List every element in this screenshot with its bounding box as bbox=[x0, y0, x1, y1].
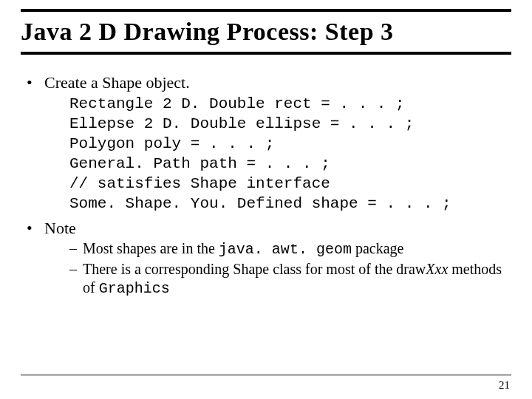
bullet-text: Create a Shape object. bbox=[44, 73, 190, 92]
sub-bullet-shape-class: There is a corresponding Shape class for… bbox=[69, 260, 511, 298]
code-line: General. Path path = . . . ; bbox=[69, 155, 330, 172]
code-line: Polygon poly = . . . ; bbox=[69, 135, 274, 152]
code-line: Some. Shape. You. Defined shape = . . . … bbox=[69, 195, 451, 212]
slide-title: Java 2 D Drawing Process: Step 3 bbox=[21, 18, 511, 46]
code-line: // satisfies Shape interface bbox=[69, 175, 330, 192]
code-line: Rectangle 2 D. Double rect = . . . ; bbox=[69, 95, 405, 112]
top-rule bbox=[21, 9, 511, 12]
code-block: Rectangle 2 D. Double rect = . . . ; Ell… bbox=[69, 95, 511, 214]
code-inline: java. awt. geom bbox=[219, 241, 352, 258]
sub-bullet-package: Most shapes are in the java. awt. geom p… bbox=[69, 239, 511, 259]
slide-content: Create a Shape object. Rectangle 2 D. Do… bbox=[21, 72, 511, 298]
text-part: package bbox=[352, 240, 404, 256]
italic-text: Xxx bbox=[426, 261, 448, 277]
mid-rule bbox=[21, 52, 511, 55]
bullet-note: Note Most shapes are in the java. awt. g… bbox=[22, 218, 511, 297]
page-number: 21 bbox=[499, 379, 510, 392]
text-part: Most shapes are in the bbox=[83, 240, 219, 256]
code-inline: Graphics bbox=[99, 280, 170, 297]
footer-rule bbox=[21, 375, 511, 375]
bullet-text: Note bbox=[44, 219, 76, 237]
text-part: There is a corresponding Shape class for… bbox=[83, 261, 426, 277]
bullet-create-shape: Create a Shape object. Rectangle 2 D. Do… bbox=[22, 72, 511, 214]
code-line: Ellepse 2 D. Double ellipse = . . . ; bbox=[69, 115, 414, 132]
